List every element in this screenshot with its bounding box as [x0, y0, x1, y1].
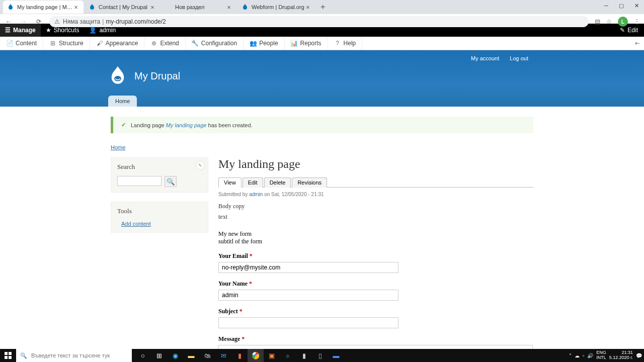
breadcrumb-home[interactable]: Home: [111, 144, 125, 150]
translate-icon[interactable]: ▤: [595, 18, 600, 25]
menu-icon[interactable]: ⋮: [634, 18, 640, 25]
close-icon[interactable]: ×: [225, 4, 232, 11]
menu-help[interactable]: ?Help: [328, 37, 363, 50]
app-icon[interactable]: ▮: [231, 349, 248, 362]
system-tray: ˄ ☁ ▫ 🔊 ENGINTL 21:315.12.2020 г. 💬: [569, 350, 644, 360]
breadcrumb: Home: [111, 144, 533, 150]
svg-rect-1: [5, 352, 8, 355]
tab-edit[interactable]: Edit: [243, 177, 263, 188]
bookmark-icon[interactable]: ☆: [606, 18, 612, 25]
maximize-button[interactable]: ▢: [614, 0, 629, 11]
menu-content[interactable]: 📄Content: [0, 37, 43, 50]
tab-title: Webform | Drupal.org: [252, 4, 304, 10]
browser-tab[interactable]: Нов раздел ×: [161, 1, 236, 14]
collapse-button[interactable]: ⇤: [631, 40, 644, 47]
menu-extend[interactable]: ⊕Extend: [144, 37, 185, 50]
notepad-icon[interactable]: ▯: [312, 349, 328, 362]
pencil-icon: ✎: [620, 27, 625, 34]
url-input[interactable]: ⚠ Няма защита | my-drupal.com/node/2: [49, 16, 589, 27]
zoom-icon[interactable]: ▬: [328, 349, 344, 362]
people-icon: 👥: [250, 40, 257, 47]
name-label: Your Name *: [218, 280, 533, 288]
close-icon[interactable]: ×: [72, 4, 79, 11]
drupal-favicon: [89, 4, 96, 11]
new-tab-button[interactable]: +: [316, 1, 330, 14]
site-name[interactable]: My Drupal: [134, 70, 180, 82]
user-links: My account Log out: [462, 55, 528, 61]
sidebar: ✎ Search 🔍 Tools Add content: [111, 157, 208, 362]
shortcuts-label: Shortcuts: [54, 27, 79, 34]
browser-tab[interactable]: Webform | Drupal.org ×: [237, 1, 315, 14]
add-content-link[interactable]: Add content: [117, 221, 151, 227]
cloud-icon[interactable]: ☁: [575, 353, 580, 358]
minimize-button[interactable]: ─: [599, 0, 614, 11]
language-indicator[interactable]: ENGINTL: [596, 350, 606, 360]
tab-delete[interactable]: Delete: [264, 177, 291, 188]
shortcuts-button[interactable]: ★ Shortcuts: [41, 24, 85, 37]
status-link[interactable]: My landing page: [166, 122, 207, 128]
explorer-icon[interactable]: ▬: [183, 349, 199, 362]
content-tabs: View Edit Delete Revisions: [218, 177, 533, 188]
profile-avatar[interactable]: L: [618, 17, 628, 27]
edge-icon[interactable]: ◉: [167, 349, 183, 362]
notifications-icon[interactable]: 💬: [636, 353, 642, 358]
volume-icon[interactable]: 🔊: [587, 353, 593, 358]
drupal-favicon: [242, 4, 249, 11]
menu-reports[interactable]: 📊Reports: [285, 37, 328, 50]
close-button[interactable]: ✕: [629, 0, 644, 11]
browser-tab[interactable]: Contact | My Drupal ×: [85, 1, 160, 14]
manage-button[interactable]: ☰ Manage: [0, 24, 41, 37]
home-tab[interactable]: Home: [108, 96, 137, 107]
subject-field[interactable]: [218, 317, 398, 328]
close-icon[interactable]: ×: [304, 4, 311, 11]
search-input[interactable]: [117, 176, 162, 186]
tab-title: My landing page | My Drupal: [17, 4, 72, 10]
search-block: ✎ Search 🔍: [111, 157, 208, 193]
main-nav: Home: [108, 96, 137, 107]
manage-label: Manage: [13, 27, 36, 34]
main-content: My landing page View Edit Delete Revisio…: [218, 157, 533, 362]
tab-revisions[interactable]: Revisions: [292, 177, 327, 188]
user-button[interactable]: 👤 admin: [84, 24, 121, 37]
block-edit-icon[interactable]: ✎: [196, 161, 205, 170]
menu-configuration[interactable]: 🔧Configuration: [186, 37, 244, 50]
start-button[interactable]: [0, 349, 16, 362]
structure-icon: ⊞: [49, 40, 56, 47]
terminal-icon[interactable]: ▮: [296, 349, 312, 362]
site-branding: My Drupal: [108, 65, 180, 86]
name-field[interactable]: [218, 290, 398, 301]
close-icon[interactable]: ×: [149, 4, 156, 11]
puzzle-icon: ⊕: [150, 40, 157, 47]
clock[interactable]: 21:315.12.2020 г.: [609, 350, 633, 360]
user-icon: 👤: [89, 27, 97, 34]
network-icon[interactable]: ▫: [583, 353, 585, 358]
cortana-icon[interactable]: ○: [135, 349, 151, 362]
vscode-icon[interactable]: ⟐: [280, 349, 296, 362]
svg-rect-2: [9, 352, 12, 355]
menu-structure[interactable]: ⊞Structure: [43, 37, 90, 50]
chrome-icon[interactable]: [248, 349, 264, 362]
form-title: My new form: [218, 230, 533, 238]
browser-tab-active[interactable]: My landing page | My Drupal ×: [3, 1, 84, 14]
subject-label: Subject *: [218, 308, 533, 315]
edit-label: Edit: [627, 27, 638, 34]
edit-button[interactable]: ✎ Edit: [614, 27, 644, 34]
author-link[interactable]: admin: [249, 192, 263, 197]
logout-link[interactable]: Log out: [510, 55, 528, 61]
taskview-icon[interactable]: ⊞: [151, 349, 167, 362]
content-area: ✓ Landing page My landing page has been …: [111, 107, 533, 362]
menu-people[interactable]: 👥People: [244, 37, 284, 50]
wrench-icon: 🔧: [192, 40, 199, 47]
email-field[interactable]: [218, 262, 398, 273]
store-icon[interactable]: 🛍: [199, 349, 215, 362]
chevron-up-icon[interactable]: ˄: [569, 353, 572, 358]
tab-view[interactable]: View: [218, 177, 242, 188]
xampp-icon[interactable]: ▣: [264, 349, 280, 362]
menu-appearance[interactable]: 🖌Appearance: [90, 37, 145, 50]
search-button[interactable]: 🔍: [165, 176, 177, 187]
admin-menu: 📄Content ⊞Structure 🖌Appearance ⊕Extend …: [0, 37, 644, 50]
mail-icon[interactable]: ✉: [215, 349, 231, 362]
window-controls: ─ ▢ ✕: [599, 0, 644, 11]
my-account-link[interactable]: My account: [471, 55, 499, 61]
taskbar-search[interactable]: 🔍 Въведете текст за търсене тук: [16, 349, 132, 362]
